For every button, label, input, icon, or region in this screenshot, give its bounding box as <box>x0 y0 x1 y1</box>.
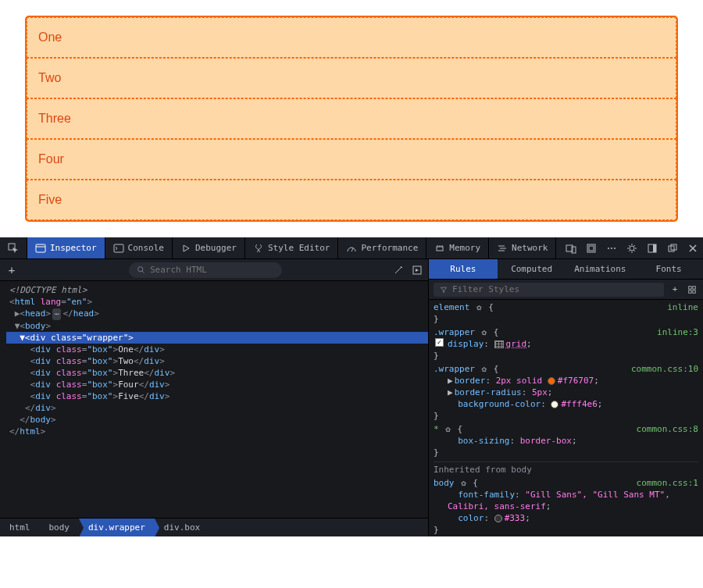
color-swatch-icon[interactable] <box>494 515 502 522</box>
dom-html-close[interactable]: </html> <box>6 426 428 437</box>
breadcrumb-body[interactable]: body <box>40 519 80 536</box>
color-swatch-icon[interactable] <box>548 377 555 385</box>
svg-line-5 <box>352 248 353 251</box>
customize-button[interactable] <box>601 237 622 258</box>
decl-border[interactable]: ▶border: 2px solid #f76707; <box>434 375 698 387</box>
color-swatch-icon[interactable] <box>551 401 558 408</box>
settings-button[interactable] <box>622 237 642 258</box>
svg-rect-33 <box>689 290 691 292</box>
svg-rect-16 <box>589 246 594 251</box>
add-rule-button[interactable]: + <box>669 283 681 296</box>
search-html-field[interactable] <box>129 262 282 278</box>
filter-row: + <box>429 280 703 300</box>
svg-rect-6 <box>437 247 443 251</box>
dom-body-open[interactable]: ▼<body> <box>6 320 428 332</box>
inspector-tab[interactable]: Inspector <box>27 237 105 258</box>
toggle-split-console-button[interactable] <box>411 264 423 276</box>
performance-tab[interactable]: Performance <box>338 237 426 258</box>
rule-body[interactable]: body ✿ {common.css:1 font-family: "Gill … <box>434 477 698 536</box>
dom-tree[interactable]: <!DOCTYPE html> <html lang="en"> ▶<head>… <box>0 281 428 518</box>
computed-tab[interactable]: Computed <box>498 259 566 279</box>
dom-head[interactable]: ▶<head>⋯</head> <box>6 308 428 320</box>
add-node-button[interactable]: + <box>5 263 19 277</box>
debugger-icon <box>180 243 191 254</box>
filter-styles-field[interactable] <box>434 283 664 297</box>
close-devtools-button[interactable] <box>683 237 703 258</box>
filter-styles-input[interactable] <box>452 284 658 294</box>
decl-box-sizing[interactable]: box-sizing: border-box; <box>434 435 698 447</box>
svg-line-28 <box>142 271 144 273</box>
dom-doctype[interactable]: <!DOCTYPE html> <box>6 284 428 296</box>
dom-box-line[interactable]: <div class="box">One</div> <box>6 344 428 355</box>
memory-tab[interactable]: Memory <box>426 237 489 258</box>
fonts-tab[interactable]: Fonts <box>634 259 703 279</box>
devtools-toolbar: Inspector Console Debugger Style Editor … <box>0 237 703 259</box>
grid-box: One <box>27 17 676 58</box>
svg-point-27 <box>138 267 143 272</box>
separate-window-button[interactable] <box>662 237 683 258</box>
animations-tab[interactable]: Animations <box>566 259 635 279</box>
dom-box-line[interactable]: <div class="box">Five</div> <box>6 390 428 402</box>
decl-border-radius[interactable]: ▶border-radius: 5px; <box>434 387 698 398</box>
search-html-input[interactable] <box>150 265 274 275</box>
responsive-mode-button[interactable] <box>561 237 581 258</box>
decl-color[interactable]: color: #333; <box>434 512 698 524</box>
dom-wrapper-close[interactable]: </div> <box>6 402 428 414</box>
breadcrumb-html[interactable]: html <box>0 519 40 536</box>
breadcrumb-bar: html body div.wrapper div.box <box>0 518 428 536</box>
toggle-classes-button[interactable] <box>686 283 698 296</box>
rules-pane[interactable]: element ✿ {inline } .wrapper ✿ {inline:3… <box>429 300 703 536</box>
rule-wrapper-inline[interactable]: .wrapper ✿ {inline:3 ✓display: grid; } <box>434 326 698 362</box>
filter-icon <box>440 286 448 294</box>
grid-box: Two <box>27 58 676 98</box>
console-label: Console <box>128 243 164 253</box>
dom-box-line[interactable]: <div class="box">Three</div> <box>6 367 428 379</box>
rule-star[interactable]: * ✿ {common.css:8 box-sizing: border-box… <box>434 423 698 458</box>
breadcrumb-wrapper[interactable]: div.wrapper <box>79 519 155 536</box>
rule-element-inline[interactable]: element ✿ {inline } <box>434 301 698 325</box>
grid-box: Four <box>27 139 676 180</box>
svg-point-17 <box>608 248 609 249</box>
dom-panel: + <!DOCTYPE html> <html lang="en"> ▶<hea… <box>0 259 429 536</box>
network-label: Network <box>512 243 548 253</box>
svg-rect-22 <box>653 244 656 252</box>
breadcrumb-box[interactable]: div.box <box>155 519 209 536</box>
network-icon <box>497 243 508 254</box>
console-icon <box>113 243 124 254</box>
decl-font-family[interactable]: font-family: "Gill Sans", "Gill Sans MT"… <box>434 489 698 512</box>
rules-tab[interactable]: Rules <box>429 259 498 279</box>
decl-background-color[interactable]: background-color: #fff4e6; <box>434 398 698 410</box>
svg-marker-30 <box>416 269 419 272</box>
svg-rect-34 <box>693 290 695 292</box>
rule-wrapper[interactable]: .wrapper ✿ {common.css:10 ▶border: 2px s… <box>434 363 698 422</box>
inspector-label: Inspector <box>50 243 97 253</box>
dom-subbar: + <box>0 259 428 281</box>
decl-display[interactable]: ✓display: grid; <box>434 338 698 350</box>
style-editor-tab[interactable]: Style Editor <box>245 237 338 258</box>
console-tab[interactable]: Console <box>105 237 173 258</box>
dom-body-close[interactable]: </body> <box>6 414 428 426</box>
debugger-tab[interactable]: Debugger <box>173 237 245 258</box>
network-tab[interactable]: Network <box>489 237 556 258</box>
dom-box-line[interactable]: <div class="box">Two</div> <box>6 355 428 367</box>
rules-tablist: Rules Computed Animations Fonts <box>429 259 703 280</box>
dock-side-button[interactable] <box>642 237 662 258</box>
eyedropper-button[interactable] <box>392 264 405 276</box>
dom-html-open[interactable]: <html lang="en"> <box>6 296 428 308</box>
pick-element-button[interactable] <box>0 237 27 258</box>
svg-point-20 <box>630 246 634 251</box>
inspector-icon <box>35 243 46 254</box>
grid-icon[interactable] <box>494 340 504 348</box>
style-editor-label: Style Editor <box>268 243 330 253</box>
pick-element-icon <box>8 243 19 254</box>
grid-wrapper: One Two Three Four Five <box>25 16 678 222</box>
iframe-picker-button[interactable] <box>581 237 601 258</box>
svg-point-18 <box>611 248 612 249</box>
svg-point-19 <box>614 248 616 249</box>
search-icon <box>137 265 145 274</box>
svg-rect-31 <box>689 286 691 288</box>
performance-label: Performance <box>361 243 418 253</box>
style-editor-icon <box>253 243 264 254</box>
dom-box-line[interactable]: <div class="box">Four</div> <box>6 379 428 390</box>
dom-wrapper-open[interactable]: ▼<div class="wrapper"> <box>6 332 428 344</box>
